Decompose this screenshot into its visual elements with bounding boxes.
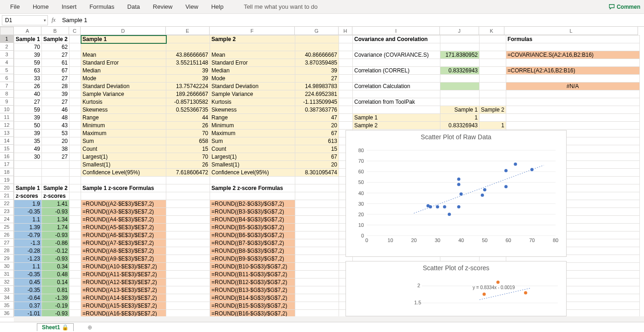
cell[interactable] — [440, 59, 480, 67]
cell[interactable] — [70, 137, 81, 145]
row-header[interactable]: 35 — [0, 302, 14, 309]
cell[interactable]: Minimum — [81, 122, 166, 130]
cell[interactable]: Mode — [81, 75, 166, 83]
cell[interactable]: -0.857130582 — [166, 98, 210, 106]
cell[interactable]: Median — [210, 67, 295, 75]
cell[interactable]: 38 — [42, 145, 70, 153]
row-header[interactable]: 28 — [0, 247, 14, 255]
row-header[interactable]: 31 — [0, 270, 14, 278]
cell[interactable] — [295, 286, 339, 294]
cell[interactable]: 46 — [42, 106, 70, 114]
cell[interactable] — [70, 208, 81, 216]
cell[interactable]: Sample 2 — [210, 36, 295, 43]
row-header[interactable]: 16 — [0, 153, 14, 160]
row-header[interactable]: 10 — [0, 106, 14, 113]
row-header[interactable]: 32 — [0, 278, 14, 286]
cell[interactable]: -1.23 — [14, 255, 42, 263]
cell[interactable]: 27 — [42, 153, 70, 161]
cell[interactable] — [166, 208, 210, 216]
cell[interactable]: 0.45 — [14, 279, 42, 286]
cell[interactable] — [339, 98, 353, 106]
cell[interactable] — [70, 216, 81, 224]
cell[interactable]: Standard Deviation — [81, 83, 166, 90]
cell[interactable] — [506, 43, 639, 51]
cell[interactable]: Correlation Calculation — [353, 83, 440, 90]
cell[interactable]: 44 — [166, 114, 210, 122]
cell[interactable]: 658 — [166, 137, 210, 145]
cell[interactable]: -0.86 — [42, 239, 70, 247]
cell[interactable]: 1.1 — [14, 216, 42, 224]
row-header[interactable]: 3 — [0, 51, 14, 59]
cell[interactable] — [70, 279, 81, 286]
cell[interactable]: Sample Variance — [210, 90, 295, 98]
cell[interactable]: 0.525366735 — [166, 106, 210, 114]
cell[interactable] — [210, 43, 295, 51]
cell[interactable] — [70, 51, 81, 59]
row-header[interactable]: 29 — [0, 255, 14, 262]
cell[interactable] — [166, 43, 210, 51]
cell[interactable] — [166, 286, 210, 294]
cell[interactable]: =ROUND((A2-$E$3)/$E$7,2) — [81, 200, 166, 208]
cell[interactable]: -0.93 — [42, 208, 70, 216]
cell[interactable]: =ROUND((B15-$G$3)/$G$7,2) — [210, 302, 295, 310]
cell[interactable] — [440, 98, 480, 106]
cell[interactable]: 26 — [166, 122, 210, 130]
cell[interactable]: =ROUND((A10-$E$3)/$E$7,2) — [81, 263, 166, 271]
cell[interactable]: 39 — [14, 114, 42, 122]
cell[interactable] — [295, 208, 339, 216]
cell[interactable]: 14.98983783 — [295, 83, 339, 90]
cell[interactable] — [70, 75, 81, 83]
cell[interactable]: 171.8380952 — [440, 51, 480, 59]
cell[interactable]: =ROUND((A4-$E$3)/$E$7,2) — [81, 216, 166, 224]
tell-me[interactable]: Tell me what you want to do — [244, 3, 317, 10]
cell[interactable]: 27 — [14, 98, 42, 106]
col-header-E[interactable]: E — [166, 27, 210, 35]
cell[interactable]: -0.28 — [14, 247, 42, 255]
cell[interactable] — [70, 90, 81, 98]
cell[interactable]: Median — [81, 67, 166, 75]
ribbon-tab-insert[interactable]: Insert — [55, 0, 83, 14]
cell[interactable]: Smallest(1) — [81, 161, 166, 169]
cell[interactable] — [166, 263, 210, 271]
cell[interactable]: 39 — [14, 130, 42, 137]
ribbon-tab-data[interactable]: Data — [121, 0, 146, 14]
cell[interactable]: =ROUND((B13-$G$3)/$G$7,2) — [210, 286, 295, 294]
row-header[interactable]: 15 — [0, 145, 14, 153]
name-box[interactable]: D1 — [2, 15, 48, 25]
col-header-F[interactable]: F — [210, 27, 295, 35]
cell[interactable]: 26 — [14, 83, 42, 90]
cell[interactable] — [42, 177, 70, 184]
cell[interactable]: z-scores — [14, 192, 42, 200]
cell[interactable]: 0.83326943 — [440, 67, 480, 75]
row-header[interactable]: 5 — [0, 66, 14, 74]
cell[interactable]: =ROUND((B2-$G$3)/$G$7,2) — [210, 200, 295, 208]
cell[interactable] — [166, 177, 210, 184]
cell[interactable]: 3.552151148 — [166, 59, 210, 67]
cell[interactable]: =ROUND((A15-$E$3)/$E$7,2) — [81, 302, 166, 310]
cell[interactable]: 1 — [480, 122, 506, 130]
cell[interactable]: =ROUND((B11-$G$3)/$G$7,2) — [210, 271, 295, 279]
cell[interactable] — [166, 302, 210, 310]
cell[interactable]: =ROUND((A7-$E$3)/$E$7,2) — [81, 239, 166, 247]
cell[interactable]: Standard Deviation — [210, 83, 295, 90]
cell[interactable] — [70, 67, 81, 75]
row-header[interactable]: 1 — [0, 35, 14, 43]
cell[interactable] — [166, 239, 210, 247]
row-header[interactable]: 23 — [0, 208, 14, 215]
cell[interactable]: 53 — [42, 130, 70, 137]
cell[interactable]: 59 — [14, 106, 42, 114]
cell[interactable]: 189.2666667 — [166, 90, 210, 98]
cell[interactable]: Smallest(1) — [210, 161, 295, 169]
cell[interactable]: Maximum — [81, 130, 166, 137]
cell[interactable]: 40.86666667 — [295, 51, 339, 59]
cell[interactable]: Standard Error — [210, 59, 295, 67]
cell[interactable]: -0.64 — [14, 294, 42, 302]
cell[interactable]: =ROUND((A9-$E$3)/$E$7,2) — [81, 255, 166, 263]
cell[interactable]: -0.19 — [42, 302, 70, 310]
cell[interactable] — [70, 36, 81, 43]
cell[interactable]: Count — [210, 145, 295, 153]
cell[interactable] — [70, 231, 81, 239]
cell[interactable]: 70 — [166, 153, 210, 161]
cell[interactable] — [480, 59, 506, 67]
cell[interactable]: Kurtosis — [81, 98, 166, 106]
